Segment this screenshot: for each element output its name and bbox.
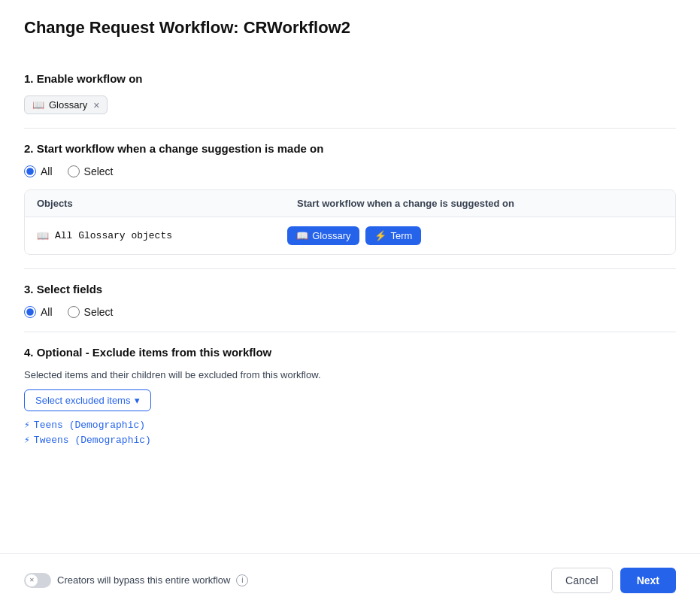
footer-bar: Creators will bypass this entire workflo…: [0, 553, 700, 606]
page-title: Change Request Workflow: CRWorkflow2: [24, 18, 676, 38]
section-enable-workflow: 1. Enable workflow on 📖 Glossary ×: [24, 59, 676, 129]
section2-all-label[interactable]: All: [24, 165, 53, 177]
term-chip-icon: ⚡: [374, 230, 386, 241]
section-exclude-items: 4. Optional - Exclude items from this wo…: [24, 332, 676, 459]
col-objects: Objects: [25, 190, 285, 217]
cancel-button[interactable]: Cancel: [551, 568, 613, 593]
section3-radio-all[interactable]: [24, 306, 36, 318]
section2-radio-select[interactable]: [68, 165, 80, 177]
section2-select-label[interactable]: Select: [68, 165, 114, 177]
list-item[interactable]: ⚡ Tweens (Demographic): [24, 434, 676, 446]
select-excluded-btn[interactable]: Select excluded items ▾: [24, 389, 151, 411]
section3-title: 3. Select fields: [24, 283, 676, 295]
col-start-workflow: Start workflow when a change is suggeste…: [285, 190, 675, 217]
list-item[interactable]: ⚡ Teens (Demographic): [24, 419, 676, 431]
section2-radio-group: All Select: [24, 165, 676, 177]
glossary-tag-label: Glossary: [49, 99, 87, 111]
section2-all-text: All: [41, 165, 53, 177]
section3-all-label[interactable]: All: [24, 306, 53, 318]
table-book-icon: 📖: [37, 230, 49, 242]
section4-description: Selected items and their children will b…: [24, 369, 676, 380]
section1-title: 1. Enable workflow on: [24, 72, 676, 85]
section3-radio-select[interactable]: [68, 306, 80, 318]
dropdown-chevron-icon: ▾: [135, 395, 140, 406]
footer-left: Creators will bypass this entire workflo…: [24, 573, 248, 588]
term-icon-2: ⚡: [24, 434, 30, 446]
toggle-wrapper: Creators will bypass this entire workflo…: [24, 573, 248, 588]
excluded-item-2: Tweens (Demographic): [34, 435, 151, 446]
section-start-workflow: 2. Start workflow when a change suggesti…: [24, 129, 676, 269]
glossary-chip-label: Glossary: [312, 230, 350, 241]
select-excluded-label: Select excluded items: [35, 395, 130, 406]
glossary-chip-btn[interactable]: 📖 Glossary: [287, 226, 359, 245]
next-button[interactable]: Next: [620, 568, 676, 593]
section3-all-text: All: [41, 306, 53, 318]
toggle-knob: [26, 574, 38, 586]
section4-title: 4. Optional - Exclude items from this wo…: [24, 346, 676, 359]
excluded-item-1: Teens (Demographic): [34, 420, 145, 431]
section3-radio-group: All Select: [24, 306, 676, 318]
glossary-tag-close[interactable]: ×: [93, 100, 99, 111]
action-cell: 📖 Glossary ⚡ Term: [287, 226, 663, 245]
object-cell: 📖 All Glossary objects: [37, 230, 287, 242]
term-chip-btn[interactable]: ⚡ Term: [365, 226, 421, 245]
section3-select-text: Select: [84, 306, 114, 318]
footer-right: Cancel Next: [551, 568, 676, 593]
term-icon-1: ⚡: [24, 419, 30, 431]
section3-select-label[interactable]: Select: [68, 306, 114, 318]
section2-title: 2. Start workflow when a change suggesti…: [24, 142, 676, 155]
object-label: All Glossary objects: [55, 230, 172, 241]
info-icon[interactable]: i: [236, 574, 248, 586]
table-header: Objects Start workflow when a change is …: [25, 190, 675, 217]
book-icon: 📖: [32, 99, 44, 111]
section2-radio-all[interactable]: [24, 165, 36, 177]
section-select-fields: 3. Select fields All Select: [24, 269, 676, 332]
glossary-tag: 📖 Glossary ×: [24, 95, 108, 114]
term-chip-label: Term: [390, 230, 412, 241]
toggle-label: Creators will bypass this entire workflo…: [57, 574, 230, 586]
bypass-toggle[interactable]: [24, 573, 51, 588]
table-row: 📖 All Glossary objects 📖 Glossary ⚡ Term: [25, 217, 675, 254]
excluded-items-list: ⚡ Teens (Demographic) ⚡ Tweens (Demograp…: [24, 419, 676, 446]
objects-table: Objects Start workflow when a change is …: [24, 189, 676, 255]
glossary-chip-icon: 📖: [296, 230, 308, 241]
section2-select-text: Select: [84, 165, 114, 177]
